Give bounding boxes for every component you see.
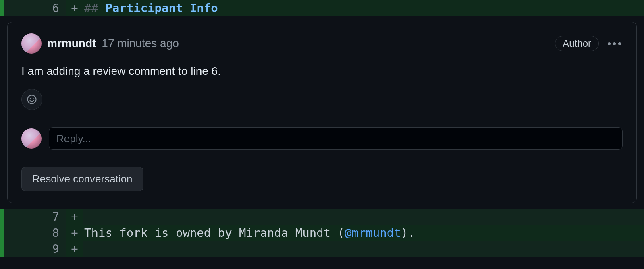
diff-added-strip xyxy=(0,209,4,225)
md-heading-hashes: ## xyxy=(84,1,98,15)
comment-header: mrmundt 17 minutes ago Author xyxy=(21,33,623,54)
code-text-suffix: ). xyxy=(401,226,415,240)
add-reaction-button[interactable] xyxy=(21,89,42,110)
review-comment-container: mrmundt 17 minutes ago Author I am addin… xyxy=(0,16,644,209)
line-number[interactable]: 6 xyxy=(4,0,66,16)
avatar[interactable] xyxy=(21,128,42,149)
diff-marker: + xyxy=(66,0,83,16)
diff-added-strip xyxy=(0,0,4,16)
comment-body: I am adding a review comment to line 6. xyxy=(21,65,623,78)
comment-timestamp[interactable]: 17 minutes ago xyxy=(102,37,179,50)
resolve-section: Resolve conversation xyxy=(8,158,636,203)
diff-added-strip xyxy=(0,241,4,257)
diff-line: 6 + ## Participant Info xyxy=(0,0,644,16)
smiley-icon xyxy=(27,94,37,105)
comment-username[interactable]: mrmundt xyxy=(47,37,96,50)
avatar[interactable] xyxy=(21,33,42,54)
diff-marker: + xyxy=(66,241,83,257)
svg-point-0 xyxy=(27,95,36,103)
svg-point-2 xyxy=(33,98,34,99)
author-badge: Author xyxy=(555,36,599,51)
diff-line: 8 + This fork is owned by Miranda Mundt … xyxy=(0,225,644,241)
line-number[interactable]: 9 xyxy=(4,241,66,257)
comment-header-right: Author xyxy=(555,36,623,51)
review-comment-card: mrmundt 17 minutes ago Author I am addin… xyxy=(7,22,637,203)
diff-added-strip xyxy=(0,225,4,241)
reply-section xyxy=(8,119,636,158)
reply-input[interactable] xyxy=(49,127,623,150)
diff-code: This fork is owned by Miranda Mundt (@mr… xyxy=(83,225,644,241)
line-number[interactable]: 8 xyxy=(4,225,66,241)
reaction-row xyxy=(21,89,623,110)
comment-body-section: mrmundt 17 minutes ago Author I am addin… xyxy=(8,22,636,119)
line-number[interactable]: 7 xyxy=(4,209,66,225)
diff-marker: + xyxy=(66,209,83,225)
md-heading-text: Participant Info xyxy=(98,1,218,15)
svg-point-1 xyxy=(30,98,31,99)
diff-line: 7 + xyxy=(0,209,644,225)
kebab-menu-icon[interactable] xyxy=(606,41,623,47)
diff-code: ## Participant Info xyxy=(83,0,644,16)
resolve-conversation-button[interactable]: Resolve conversation xyxy=(21,167,143,191)
mention-link[interactable]: @mrmundt xyxy=(345,226,401,240)
diff-marker: + xyxy=(66,225,83,241)
code-text-prefix: This fork is owned by Miranda Mundt ( xyxy=(84,226,345,240)
diff-line: 9 + xyxy=(0,241,644,257)
